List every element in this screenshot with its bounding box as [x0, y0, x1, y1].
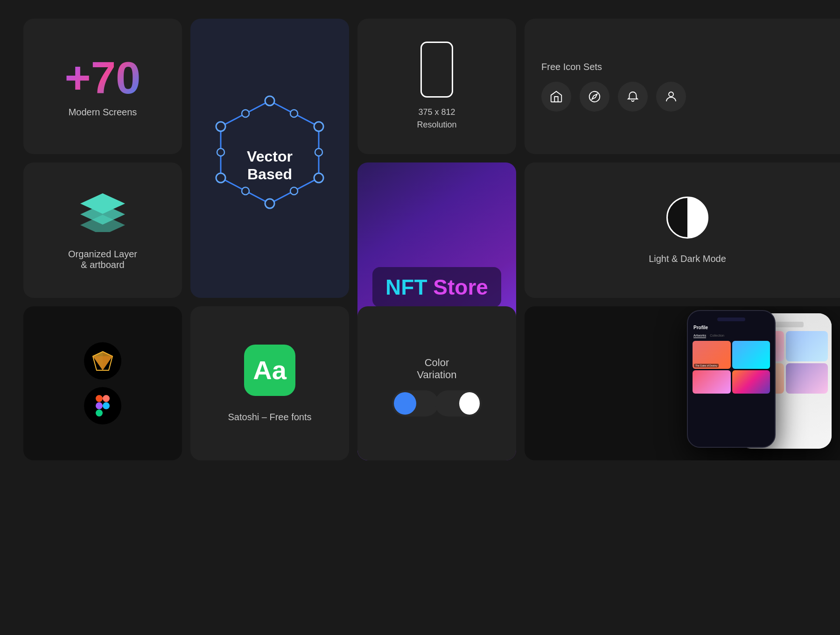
person-icon-circle — [656, 82, 686, 112]
card-fonts: Aa Satoshi – Free fonts — [190, 306, 349, 460]
person-icon — [664, 90, 678, 104]
card-apps — [23, 306, 182, 460]
toggle-light[interactable] — [435, 390, 482, 416]
icon-row — [541, 82, 686, 112]
card-layers: Organized Layer & artboard — [23, 162, 182, 298]
screens-label: Modern Screens — [69, 107, 137, 118]
phone-outline-icon — [420, 42, 453, 98]
icon-sets-title: Free Icon Sets — [541, 62, 602, 72]
nft-title-box: NFT Store — [372, 267, 501, 307]
card-vector: Vector Based — [190, 19, 349, 298]
phone-screen: Profile Artworks Collection The Gates of… — [688, 311, 775, 447]
figma-icon-circle — [84, 387, 121, 424]
bell-icon — [626, 90, 640, 104]
phones-container: Profile Artworks Collection The Gates of… — [525, 306, 840, 460]
svg-rect-25 — [96, 409, 103, 416]
svg-rect-23 — [103, 395, 110, 402]
vector-title: Vector Based — [247, 148, 293, 183]
fonts-label: Satoshi – Free fonts — [228, 412, 312, 423]
screens-number: +70 — [65, 56, 141, 100]
svg-point-14 — [669, 92, 673, 97]
nft-title: NFT Store — [385, 275, 488, 299]
svg-rect-22 — [96, 395, 103, 402]
compass-icon-circle — [580, 82, 609, 112]
svg-point-1 — [265, 96, 274, 106]
svg-point-11 — [217, 148, 224, 156]
svg-point-10 — [242, 187, 249, 195]
svg-point-6 — [216, 122, 225, 131]
svg-point-3 — [314, 173, 323, 183]
figma-icon — [96, 395, 110, 416]
main-grid: +70 Modern Screens Vector Based 375 — [23, 19, 817, 616]
svg-point-26 — [103, 402, 110, 409]
svg-point-5 — [216, 173, 225, 183]
home-icon-circle — [541, 82, 571, 112]
sketch-icon — [91, 350, 114, 372]
bell-icon-circle — [618, 82, 648, 112]
home-icon — [549, 90, 563, 104]
svg-point-9 — [290, 187, 298, 195]
svg-point-13 — [589, 91, 600, 102]
svg-point-2 — [314, 122, 323, 131]
card-screens: +70 Modern Screens — [23, 19, 182, 154]
color-label: Color Variation — [417, 357, 456, 381]
card-color-variation: Color Variation — [357, 306, 516, 460]
card-resolution: 375 x 812 Resolution — [357, 19, 516, 154]
light-dark-label: Light & Dark Mode — [649, 254, 726, 264]
resolution-text: 375 x 812 Resolution — [417, 106, 456, 131]
toggle-dark[interactable] — [392, 390, 439, 416]
phone-profile-label: Profile — [692, 324, 771, 331]
compass-icon — [588, 90, 602, 104]
toggle-container — [392, 390, 482, 416]
card-icon-sets: Free Icon Sets — [525, 19, 840, 154]
svg-point-8 — [315, 148, 322, 156]
card-phone-mockup: Profile Artworks Collection The Gates of… — [525, 306, 840, 460]
phone-front: Profile Artworks Collection The Gates of… — [687, 310, 776, 448]
svg-rect-24 — [96, 402, 103, 409]
sketch-icon-circle — [84, 342, 121, 380]
card-light-dark: Light & Dark Mode — [525, 162, 840, 298]
svg-point-4 — [265, 199, 274, 208]
svg-point-7 — [290, 110, 298, 117]
toggle-light-knob — [459, 392, 480, 415]
svg-marker-17 — [80, 193, 125, 214]
layers-label: Organized Layer & artboard — [68, 249, 137, 270]
toggle-dark-knob — [394, 392, 416, 415]
aa-icon: Aa — [244, 345, 295, 396]
layers-icon — [79, 190, 126, 234]
svg-point-12 — [242, 110, 249, 117]
half-circle-icon — [666, 197, 708, 239]
